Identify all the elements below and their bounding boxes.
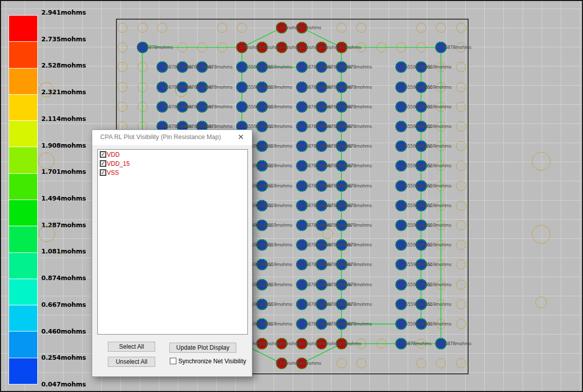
- pin-resistance-label: 0.046878mohms: [137, 45, 173, 50]
- pin-resistance-label: 0.046878mohms: [336, 223, 372, 228]
- pin-resistance-label: 0.046878mohms: [336, 85, 372, 90]
- legend-swatch: [9, 252, 38, 279]
- close-icon[interactable]: ✕: [236, 133, 246, 142]
- unconnected-pad-circle: [177, 42, 187, 52]
- unconnected-pad-circle: [456, 319, 466, 329]
- net-label[interactable]: VDD_15: [107, 160, 129, 167]
- unconnected-pad-circle: [456, 121, 466, 132]
- legend-swatch: [9, 15, 38, 42]
- cpa-rl-plot-visibility-dialog: CPA RL Plot Visibility (Pin Resistance M…: [92, 129, 252, 377]
- unassigned-pad-circle: [39, 226, 55, 242]
- update-plot-display-button[interactable]: Update Plot Display: [169, 343, 236, 353]
- pin-resistance-label: 0.116559mohms: [416, 104, 451, 109]
- unconnected-pad-circle: [138, 23, 148, 33]
- unconnected-pad-circle: [356, 358, 366, 368]
- unconnected-pad-circle: [436, 23, 446, 33]
- legend-value-label: 0.667mohms: [41, 300, 86, 308]
- unconnected-pad-circle: [138, 62, 148, 72]
- unconnected-pad-circle: [396, 42, 406, 52]
- legend-value-label: 0.460mohms: [41, 327, 86, 335]
- pin-resistance-label: 0.116559mohms: [416, 183, 451, 188]
- pin-resistance-label: 0.046878mohms: [197, 64, 232, 70]
- unconnected-pad-circle: [416, 42, 426, 52]
- legend-value-label: 2.114mohms: [41, 114, 86, 122]
- pin-resistance-label: 0.116559mohms: [416, 64, 451, 70]
- dialog-titlebar[interactable]: CPA RL Plot Visibility (Pin Resistance M…: [92, 130, 252, 145]
- select-all-button[interactable]: Select All: [108, 342, 155, 352]
- unconnected-pad-circle: [376, 42, 386, 52]
- pin-resistance-label: 0.116559mohms: [256, 242, 292, 247]
- legend-value-label: 0.874mohms: [41, 274, 86, 282]
- net-checkbox-vdd_15[interactable]: ✓: [100, 160, 106, 167]
- unassigned-pad-circle: [38, 153, 55, 169]
- pin-resistance-label: 0.116559mohms: [416, 242, 451, 247]
- pin-resistance-label: 0.116559mohms: [256, 144, 292, 149]
- unconnected-pad-circle: [117, 42, 127, 52]
- pin-resistance-label: 0.046878mohms: [435, 45, 471, 50]
- unconnected-pad-circle: [237, 23, 247, 33]
- pin-resistance-label: 0.116559mohms: [416, 163, 451, 168]
- net-list-item[interactable]: ✓VSS: [100, 168, 247, 177]
- pin-resistance-label: 0.046878mohms: [396, 341, 431, 346]
- pin-resistance-label: 0.046878mohms: [435, 341, 471, 346]
- pin-resistance-label: 0.116559mohms: [256, 163, 292, 168]
- pin-resistance-label: 0.116559mohms: [416, 203, 451, 208]
- net-list-item[interactable]: ✓VDD_15: [100, 159, 247, 168]
- pin-resistance-label: 0.046878mohms: [336, 144, 372, 149]
- pin-resistance-label: 0.116559mohms: [256, 282, 292, 287]
- pin-resistance-label: 0.116559mohms: [416, 321, 451, 326]
- net-checkbox-vdd[interactable]: ✓: [100, 151, 106, 158]
- app-window: 2.941mohms2.735mohms2.528mohms2.321mohms…: [0, 0, 583, 392]
- legend-value-label: 2.941mohms: [41, 9, 86, 16]
- pin-resistance-label: 2.94mohms: [336, 341, 361, 346]
- legend-swatch: [9, 279, 38, 305]
- pin-resistance-label: 0.116559mohms: [416, 85, 451, 90]
- unconnected-pad-circle: [117, 82, 127, 92]
- legend-value-label: 2.735mohms: [41, 35, 86, 42]
- unconnected-pad-circle: [456, 141, 466, 151]
- unconnected-pad-circle: [456, 82, 466, 92]
- legend-swatch: [9, 305, 38, 332]
- unconnected-pad-circle: [217, 42, 227, 52]
- net-label[interactable]: VDD: [107, 151, 119, 158]
- unconnected-pad-circle: [356, 23, 366, 33]
- unconnected-pad-circle: [456, 259, 466, 270]
- legend-value-label: 2.528mohms: [41, 61, 86, 69]
- legend-value-label: 1.494mohms: [41, 194, 86, 202]
- unconnected-pad-circle: [456, 181, 466, 191]
- net-list-item[interactable]: ✓VDD: [100, 150, 247, 159]
- unconnected-pad-circle: [117, 23, 127, 33]
- unconnected-pad-circle: [456, 201, 466, 211]
- unconnected-pad-circle: [436, 358, 446, 368]
- unconnected-pad-circle: [117, 62, 127, 72]
- net-list[interactable]: ✓VDD✓VDD_15✓VSS: [97, 149, 248, 335]
- unassigned-pad-circle: [532, 152, 551, 171]
- pin-resistance-label: 2.94mohms: [296, 361, 321, 366]
- unconnected-pad-circle: [456, 220, 466, 230]
- pin-resistance-label: 0.116559mohms: [256, 321, 292, 326]
- unselect-all-button[interactable]: Unselect All: [108, 357, 155, 367]
- legend-swatch: [9, 173, 38, 200]
- net-checkbox-vss[interactable]: ✓: [100, 169, 106, 176]
- pin-resistance-label: 0.046878mohms: [336, 302, 372, 307]
- pin-resistance-label: 0.046878mohms: [336, 262, 372, 267]
- unconnected-pad-circle: [456, 161, 466, 171]
- pin-resistance-label: 0.116559mohms: [256, 104, 292, 109]
- unassigned-pad-circle: [39, 82, 54, 97]
- pin-resistance-label: 0.116559mohms: [256, 262, 292, 267]
- legend-swatch: [9, 41, 38, 68]
- unconnected-pad-circle: [456, 280, 466, 290]
- synchronize-net-visibility-checkbox[interactable]: [170, 358, 176, 364]
- net-label[interactable]: VSS: [107, 169, 119, 176]
- pin-resistance-label: 0.116559mohms: [256, 124, 292, 129]
- unconnected-pad-circle: [138, 82, 148, 92]
- pin-resistance-label: 0.046878mohms: [336, 124, 372, 129]
- unconnected-pad-circle: [416, 358, 426, 368]
- unconnected-pad-circle: [416, 23, 426, 33]
- unconnected-pad-circle: [217, 23, 227, 33]
- legend-swatch: [9, 358, 38, 384]
- synchronize-net-visibility-label[interactable]: Synchronize Net Visibility: [178, 358, 246, 365]
- pin-resistance-label: 0.046878mohms: [336, 282, 372, 287]
- pin-resistance-label: 0.116559mohms: [416, 223, 451, 228]
- pin-resistance-label: 0.046878mohms: [336, 242, 372, 247]
